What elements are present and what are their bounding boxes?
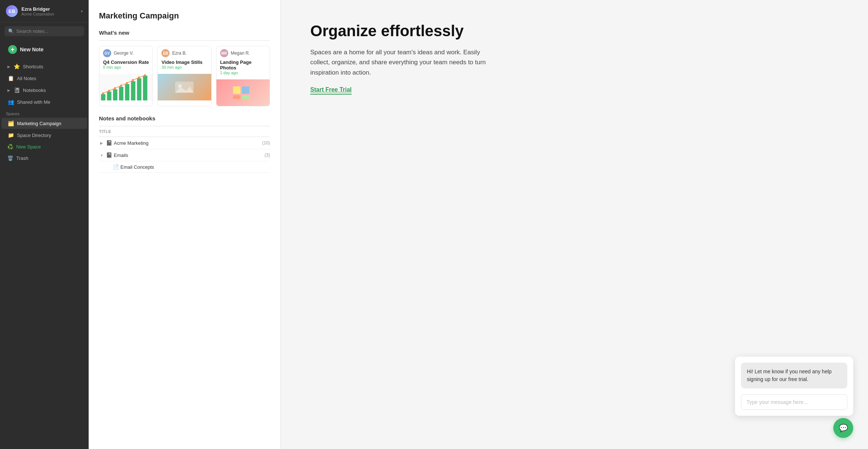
card-time: 30 min ago <box>161 65 207 69</box>
sidebar-item-notebooks[interactable]: ▶ 📓 Notebooks <box>1 85 87 96</box>
search-input[interactable] <box>16 28 81 34</box>
star-icon: ⭐ <box>13 64 20 69</box>
card-body: Landing Page Photos 1 day ago <box>216 59 270 79</box>
chevron-down-icon: ▾ <box>99 153 104 157</box>
sidebar-header[interactable]: EB Ezra Bridger Acme Corporation ▾ <box>0 0 89 23</box>
svg-rect-4 <box>125 84 129 100</box>
svg-rect-21 <box>233 95 240 99</box>
user-name: Ezra Bridger <box>21 6 77 12</box>
card-avatar: GV <box>103 49 111 57</box>
chat-fab-button[interactable]: 💬 <box>833 418 853 438</box>
card-header: EB Ezra B. <box>158 46 211 59</box>
divider <box>99 40 270 41</box>
sidebar-item-label: Shared with Me <box>17 99 50 105</box>
plus-icon: + <box>8 45 17 54</box>
chart-thumbnail <box>99 74 153 100</box>
right-panel: Organize effortlessly Spaces are a home … <box>281 0 868 449</box>
card-avatar: EB <box>161 49 170 57</box>
svg-point-17 <box>178 84 182 88</box>
card-landing-page-photos[interactable]: MR Megan R. Landing Page Photos 1 day ag… <box>216 46 270 106</box>
new-note-button[interactable]: + New Note <box>4 42 84 57</box>
promo-title: Organize effortlessly <box>310 22 464 40</box>
user-info: Ezra Bridger Acme Corporation <box>21 6 77 16</box>
shared-icon: 👥 <box>7 99 14 105</box>
chevron-right-icon: ▶ <box>7 65 10 69</box>
search-icon: 🔍 <box>8 28 14 34</box>
card-author: George V. <box>114 51 134 56</box>
sidebar-item-space-directory[interactable]: 📁 Space Directory <box>1 130 87 141</box>
avatar: EB <box>6 5 18 17</box>
chat-input[interactable]: Type your message here... <box>741 394 847 410</box>
page-title: Marketing Campaign <box>99 11 270 21</box>
svg-rect-19 <box>233 86 240 94</box>
card-video-image-stills[interactable]: EB Ezra B. Video Image Stills 30 min ago <box>157 46 211 106</box>
card-note-title: Landing Page Photos <box>220 59 266 71</box>
trash-button[interactable]: 🗑️ Trash <box>1 153 87 164</box>
tree-item-label: Email Concepts <box>120 164 270 170</box>
card-body: Video Image Stills 30 min ago <box>158 59 211 74</box>
tree-item-label: Emails <box>114 152 263 158</box>
card-note-title: Q4 Conversion Rate <box>103 59 149 65</box>
photo-placeholder-icon <box>232 85 254 100</box>
new-note-label: New Note <box>20 47 44 52</box>
tree-row-emails[interactable]: ▾ 📓 Emails (3) <box>99 149 270 161</box>
spaces-section-label: Spaces <box>0 108 89 117</box>
sidebar-item-shortcuts[interactable]: ▶ ⭐ Shortcuts <box>1 61 87 72</box>
sidebar-item-label: All Notes <box>17 76 36 81</box>
sidebar: EB Ezra Bridger Acme Corporation ▾ 🔍 + N… <box>0 0 89 449</box>
svg-rect-3 <box>119 87 123 100</box>
bar-chart <box>99 74 153 100</box>
new-space-button[interactable]: ♻️ New Space <box>1 141 87 152</box>
chevron-right-icon: ▶ <box>7 88 10 92</box>
card-author: Ezra B. <box>172 51 187 56</box>
card-author: Megan R. <box>231 51 250 56</box>
svg-rect-6 <box>137 78 141 100</box>
notes-section-heading: Notes and notebooks <box>99 115 270 121</box>
notes-notebooks-section: Notes and notebooks TITLE ▶ 📓 Acme Marke… <box>99 115 270 173</box>
tree-item-count: (3) <box>264 152 270 158</box>
svg-rect-0 <box>101 94 106 100</box>
svg-rect-1 <box>107 92 112 100</box>
start-free-trial-button[interactable]: Start Free Trial <box>310 86 352 95</box>
sidebar-item-all-notes[interactable]: 📋 All Notes <box>1 73 87 84</box>
tree-row-acme-marketing[interactable]: ▶ 📓 Acme Marketing (10) <box>99 137 270 149</box>
svg-point-8 <box>102 92 104 95</box>
main-content: Marketing Campaign What's new GV George … <box>89 0 868 449</box>
tree-item-count: (10) <box>262 140 270 145</box>
user-org: Acme Corporation <box>21 12 77 16</box>
notebook-icon: 📓 <box>13 87 20 93</box>
chevron-down-icon: ▾ <box>81 9 83 13</box>
photo-thumbnail <box>158 74 211 100</box>
notes-icon: 📋 <box>7 75 14 81</box>
card-q4-conversion[interactable]: GV George V. Q4 Conversion Rate 0 min ag… <box>99 46 153 106</box>
trash-icon: 🗑️ <box>7 155 13 161</box>
card-body: Q4 Conversion Rate 0 min ago <box>99 59 153 74</box>
sidebar-item-label: Notebooks <box>23 88 46 93</box>
card-time: 0 min ago <box>103 65 149 69</box>
whats-new-heading: What's new <box>99 30 270 36</box>
photo-thumbnail <box>216 79 270 106</box>
chat-icon: 💬 <box>839 424 848 432</box>
svg-rect-5 <box>131 81 136 100</box>
card-note-title: Video Image Stills <box>161 59 207 65</box>
space-item-label: Space Directory <box>17 133 51 138</box>
svg-rect-2 <box>113 89 117 100</box>
directory-icon: 📁 <box>7 132 14 138</box>
tree-row-email-concepts[interactable]: 📄 Email Concepts <box>99 161 270 173</box>
card-avatar: MR <box>220 49 228 57</box>
notebook-icon: 📓 <box>106 140 112 146</box>
svg-rect-22 <box>242 95 249 99</box>
sidebar-item-label: Shortcuts <box>23 64 43 69</box>
photo-placeholder-icon <box>173 80 195 95</box>
search-bar[interactable]: 🔍 <box>4 26 84 36</box>
sidebar-item-marketing-campaign[interactable]: 🗂️ Marketing Campaign <box>1 118 87 129</box>
new-space-icon: ♻️ <box>7 144 13 150</box>
card-header: GV George V. <box>99 46 153 59</box>
sidebar-item-shared[interactable]: 👥 Shared with Me <box>1 96 87 107</box>
chevron-right-icon: ▶ <box>99 141 104 145</box>
space-icon: 🗂️ <box>7 120 14 126</box>
center-panel: Marketing Campaign What's new GV George … <box>89 0 281 449</box>
trash-label: Trash <box>16 155 28 161</box>
new-space-label: New Space <box>16 144 41 150</box>
note-icon: 📄 <box>112 164 119 170</box>
